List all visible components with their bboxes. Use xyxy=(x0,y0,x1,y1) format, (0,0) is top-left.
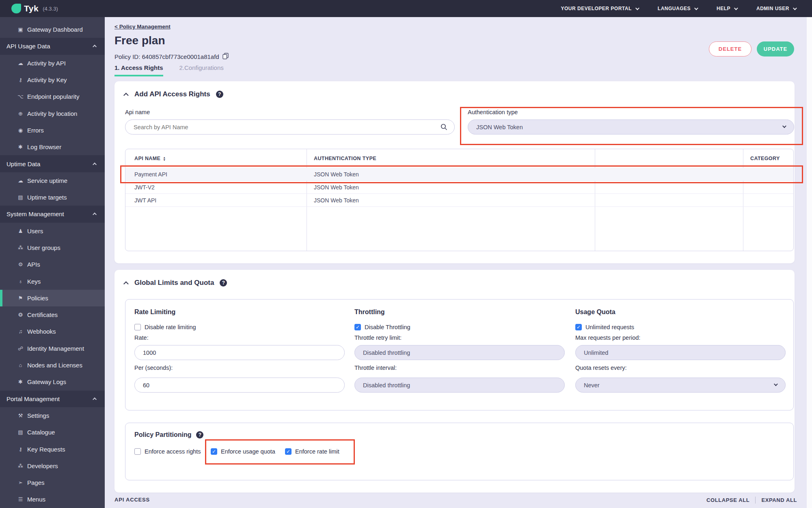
quota-resets-label: Quota resets every: xyxy=(575,365,627,371)
breadcrumb-policy-management[interactable]: < Policy Management xyxy=(114,24,171,30)
nav-languages[interactable]: LANGUAGES xyxy=(658,6,697,11)
column-header-api-name[interactable]: API NAME▲▼ xyxy=(134,156,166,161)
sidebar-item-log-browser[interactable]: ✱Log Browser xyxy=(0,139,105,155)
enforce-usage-quota-checkbox[interactable]: ✓Enforce usage quota xyxy=(211,448,275,455)
throttling-title: Throttling xyxy=(354,308,385,316)
sidebar-item-uptime-targets[interactable]: ▤Uptime targets xyxy=(0,189,105,206)
sidebar-item-users[interactable]: ♟Users xyxy=(0,223,105,239)
quota-resets-select[interactable]: Never xyxy=(575,378,786,393)
collapse-all-button[interactable]: COLLAPSE ALL xyxy=(706,497,749,503)
throttle-interval-label: Throttle interval: xyxy=(354,365,397,371)
tyk-logo-icon xyxy=(11,4,21,13)
help-icon[interactable]: ? xyxy=(216,91,223,98)
sidebar-item-label: Certificates xyxy=(27,311,58,318)
sidebar-item-keys[interactable]: ♁Keys xyxy=(0,273,105,289)
sidebar-item-service-uptime[interactable]: ☁Service uptime xyxy=(0,172,105,189)
user-groups-icon: ⁂ xyxy=(17,245,24,251)
sidebar-section-uptime-data[interactable]: Uptime Data xyxy=(0,155,105,172)
tab-bar: 1. Access Rights 2.Configurations xyxy=(114,64,224,76)
help-icon[interactable]: ? xyxy=(196,431,203,439)
sidebar-item-label: APIs xyxy=(27,261,40,268)
tyk-logo[interactable]: Tyk (4.3.3) xyxy=(11,4,58,13)
tab-access-rights[interactable]: 1. Access Rights xyxy=(114,64,163,76)
sidebar-item-label: Key Requests xyxy=(27,446,65,453)
tab-configurations[interactable]: 2.Configurations xyxy=(179,64,224,76)
update-button[interactable]: UPDATE xyxy=(757,41,794,56)
sidebar-item-identity-management[interactable]: ☍Identity Management xyxy=(0,340,105,357)
policy-partitioning-panel: Policy Partitioning ? ✓Enforce access ri… xyxy=(125,423,794,480)
sidebar-item-catalogue[interactable]: ▤Catalogue xyxy=(0,424,105,441)
usage-quota-column: Usage Quota ✓ Unlimited requests Max req… xyxy=(575,300,786,410)
sidebar-item-apis[interactable]: ⚙APIs xyxy=(0,256,105,273)
sidebar-section-api-usage-data[interactable]: API Usage Data xyxy=(0,38,105,54)
sidebar-item-endpoint-popularity[interactable]: ⌥Endpoint popularity xyxy=(0,88,105,105)
nav-admin-user[interactable]: ADMIN USER xyxy=(756,6,796,11)
sidebar-item-activity-by-key[interactable]: ⚷Activity by Key xyxy=(0,72,105,88)
sidebar-section-system-management[interactable]: System Management xyxy=(0,206,105,222)
sidebar-item-menus[interactable]: ☰Menus xyxy=(0,491,105,508)
sidebar-item-key-requests[interactable]: ⚷Key Requests xyxy=(0,441,105,457)
sidebar-item-gateway-dashboard[interactable]: ▣Gateway Dashboard xyxy=(0,21,105,38)
errors-icon: ◉ xyxy=(17,127,24,133)
sidebar-item-label: Pages xyxy=(27,479,45,486)
sidebar-item-nodes-and-licenses[interactable]: ⌂Nodes and Licenses xyxy=(0,357,105,373)
unlimited-requests-checkbox[interactable]: ✓ Unlimited requests xyxy=(575,324,634,330)
api-search-input[interactable] xyxy=(125,119,455,135)
copy-icon[interactable] xyxy=(222,53,229,61)
cell-api-name: JWT-V2 xyxy=(134,181,155,194)
certificates-icon: ❂ xyxy=(17,312,24,318)
global-limits-card: Global Limits and Quota ? Rate Limiting … xyxy=(114,270,795,493)
app-root: Tyk (4.3.3) YOUR DEVELOPER PORTAL LANGUA… xyxy=(0,0,812,508)
chevron-down-icon xyxy=(734,6,738,10)
cell-api-name: Payment API xyxy=(134,168,167,181)
table-row-jwt-v2[interactable]: JWT-V2JSON Web Token xyxy=(125,181,793,194)
checkbox-label: Disable Throttling xyxy=(365,324,410,330)
chevron-up-icon xyxy=(93,162,97,166)
enforce-access-rights-checkbox[interactable]: ✓Enforce access rights xyxy=(134,448,201,455)
table-row-jwt-api[interactable]: JWT APIJSON Web Token xyxy=(125,194,793,207)
authentication-type-select[interactable]: JSON Web Token xyxy=(468,119,794,135)
service-uptime-icon: ☁ xyxy=(17,178,24,184)
collapse-chevron-icon[interactable] xyxy=(123,281,129,287)
cell-api-name: JWT API xyxy=(134,194,156,207)
sidebar-section-portal-management[interactable]: Portal Management xyxy=(0,391,105,407)
sidebar-item-certificates[interactable]: ❂Certificates xyxy=(0,306,105,323)
policy-partitioning-title: Policy Partitioning xyxy=(134,431,191,439)
scrollbar-track[interactable] xyxy=(807,17,812,508)
sidebar-item-gateway-logs[interactable]: ✱Gateway Logs xyxy=(0,373,105,390)
table-header-row: API NAME▲▼ AUTHENTICATION TYPE CATEGORY xyxy=(125,149,793,168)
sidebar-section-label: System Management xyxy=(6,211,64,217)
disable-rate-limiting-checkbox[interactable]: ✓ Disable rate limiting xyxy=(134,324,196,330)
nav-label: YOUR DEVELOPER PORTAL xyxy=(561,6,632,11)
table-row-payment-api[interactable]: Payment APIJSON Web Token xyxy=(125,168,793,181)
max-requests-input xyxy=(575,345,786,360)
section-title-access-rights: Add API Access Rights xyxy=(134,90,210,98)
sidebar-item-user-groups[interactable]: ⁂User groups xyxy=(0,239,105,256)
nav-help[interactable]: HELP xyxy=(717,6,737,11)
disable-throttling-checkbox[interactable]: ✓ Disable Throttling xyxy=(354,324,410,330)
api-access-section-label[interactable]: API ACCESS xyxy=(114,497,150,503)
sidebar-item-settings[interactable]: ⚒Settings xyxy=(0,407,105,424)
sidebar-item-activity-by-location[interactable]: ⊕Activity by location xyxy=(0,105,105,122)
per-seconds-input[interactable] xyxy=(134,378,345,393)
sidebar-item-policies[interactable]: ⚑Policies xyxy=(0,290,105,306)
checkbox-label: Enforce usage quota xyxy=(221,448,275,455)
sidebar-item-pages[interactable]: ➣Pages xyxy=(0,474,105,491)
sidebar-item-errors[interactable]: ◉Errors xyxy=(0,122,105,139)
delete-button[interactable]: DELETE xyxy=(709,41,752,56)
sort-icon[interactable]: ▲▼ xyxy=(163,156,166,161)
rate-input[interactable] xyxy=(134,345,345,360)
help-icon[interactable]: ? xyxy=(220,279,227,287)
sidebar-item-label: Users xyxy=(27,228,43,234)
sidebar-item-developers[interactable]: ⁂Developers xyxy=(0,458,105,474)
enforce-rate-limit-checkbox[interactable]: ✓Enforce rate limit xyxy=(285,448,339,455)
nav-developer-portal[interactable]: YOUR DEVELOPER PORTAL xyxy=(561,6,638,11)
sidebar-item-label: Endpoint popularity xyxy=(27,93,79,100)
checkbox-icon: ✓ xyxy=(134,448,141,455)
sidebar-item-label: Policies xyxy=(27,295,48,302)
collapse-chevron-icon[interactable] xyxy=(123,93,129,98)
sidebar-item-label: Keys xyxy=(27,278,41,285)
sidebar-item-webhooks[interactable]: ♫Webhooks xyxy=(0,323,105,340)
sidebar-item-activity-by-api[interactable]: ☁Activity by API xyxy=(0,55,105,72)
expand-all-button[interactable]: EXPAND ALL xyxy=(761,497,797,503)
